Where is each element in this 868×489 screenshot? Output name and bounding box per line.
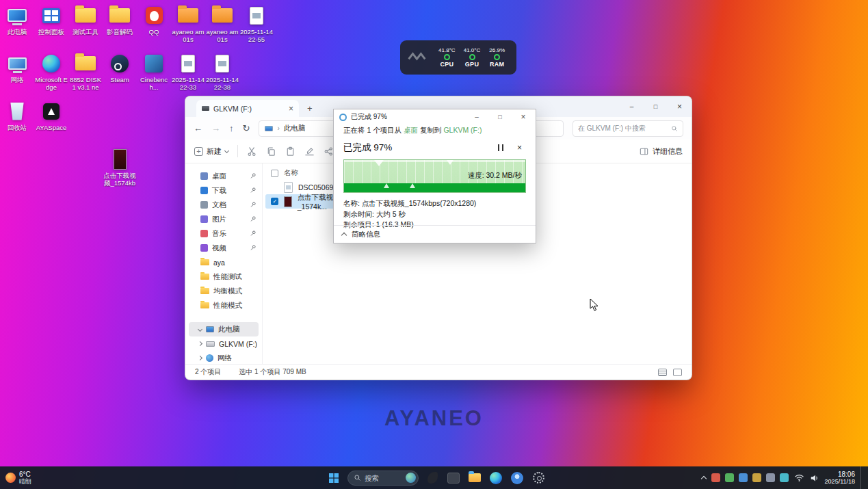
desktop-icon[interactable]: Cinebench...	[137, 49, 171, 97]
desktop-icon[interactable]: ayaneo am01s	[171, 1, 205, 49]
sidebar-item[interactable]: aya	[185, 255, 262, 269]
cancel-icon[interactable]	[517, 144, 522, 152]
refresh-icon[interactable]	[243, 124, 250, 133]
desktop-icon[interactable]: 网络	[0, 49, 34, 97]
sidebar-item[interactable]: 均衡模式	[185, 284, 262, 298]
breadcrumb[interactable]: 此电脑	[284, 124, 306, 133]
dialog-close-button[interactable]	[514, 113, 533, 121]
desktop-icon[interactable]: 控制面板	[34, 1, 68, 49]
minimize-button[interactable]	[620, 96, 644, 117]
weather-widget[interactable]: 6°C 晴朗	[5, 466, 31, 489]
copy-icon[interactable]	[266, 146, 276, 157]
wifi-icon[interactable]	[794, 474, 804, 481]
details-pane-toggle[interactable]: 详细信息	[639, 146, 683, 157]
desktop-icon[interactable]: 8852 DISK1 v3.1 new...	[68, 49, 103, 97]
sidebar-item[interactable]: 桌面	[185, 169, 262, 183]
desktop-icon[interactable]: 2025-11-14 22-38	[205, 49, 239, 97]
back-icon[interactable]	[194, 124, 202, 133]
name-column-header[interactable]: 名称	[284, 168, 298, 178]
desktop-icon[interactable]: QQ	[137, 1, 171, 49]
explorer-search-box[interactable]	[573, 120, 683, 137]
show-desktop-button[interactable]	[860, 466, 863, 489]
new-tab-button[interactable]	[307, 104, 313, 113]
pin-icon	[250, 215, 257, 222]
chevron-icon[interactable]	[198, 341, 202, 346]
taskbar-clock[interactable]: 18:06 2025/11/18	[825, 471, 855, 485]
volume-icon[interactable]	[810, 474, 819, 482]
tree-item-label: 此电脑	[218, 325, 240, 334]
tray-app-icon[interactable]	[766, 473, 775, 482]
icons-view-button[interactable]	[673, 369, 682, 376]
up-icon[interactable]	[229, 124, 234, 133]
sidebar-item-icon	[200, 244, 208, 252]
sidebar-item[interactable]: 图片	[185, 212, 262, 226]
paste-icon[interactable]	[285, 146, 295, 157]
desktop-icon[interactable]: 2025-11-14 22-33	[171, 49, 205, 97]
chevron-icon[interactable]	[198, 356, 202, 360]
desktop-icon[interactable]: ayaneo am01s	[205, 1, 239, 49]
tray-app-icon[interactable]	[725, 473, 734, 482]
tray-app-icon[interactable]	[752, 473, 761, 482]
taskbar-app-button[interactable]	[531, 471, 546, 486]
sidebar-item[interactable]: 文档	[185, 198, 262, 212]
share-icon[interactable]	[324, 146, 334, 157]
gauge-value: 26.9%	[489, 47, 505, 53]
desktop-icon[interactable]: 2025-11-14 22-55	[239, 1, 274, 49]
desktop-icon[interactable]: 点击下载视频_1574kbps...	[103, 145, 137, 193]
rename-icon[interactable]	[304, 146, 315, 157]
tray-app-icon[interactable]	[711, 473, 720, 482]
sidebar-item[interactable]: 视频	[185, 241, 262, 255]
chevron-down-icon	[224, 148, 229, 153]
taskbar-center	[326, 466, 546, 489]
desktop-icon[interactable]: 此电脑	[0, 1, 34, 49]
pin-icon	[250, 244, 257, 251]
tray-app-icon[interactable]	[780, 473, 789, 482]
taskbar-app-button[interactable]	[446, 471, 461, 486]
row-checkbox[interactable]	[271, 198, 278, 205]
tray-app-icon[interactable]	[739, 473, 748, 482]
new-button[interactable]: + 新建	[194, 146, 228, 157]
desktop-icon-label: QQ	[149, 28, 159, 36]
taskbar-app-button[interactable]	[510, 471, 525, 486]
desktop-icon[interactable]: 影音解码	[103, 1, 137, 49]
sidebar-tree-item[interactable]: 网络	[189, 351, 259, 365]
sidebar-item[interactable]: 下载	[185, 183, 262, 198]
dialog-title-bar[interactable]: 已完成 97%	[334, 109, 536, 124]
dialog-minimize-button[interactable]	[467, 114, 486, 120]
desktop-icon[interactable]: AYASpace	[34, 97, 68, 145]
select-all-checkbox[interactable]	[271, 170, 278, 177]
source-link[interactable]: 桌面	[404, 126, 418, 134]
explorer-tab[interactable]: GLKVM (F:)	[196, 100, 299, 117]
chevron-icon[interactable]	[198, 327, 202, 332]
details-view-button[interactable]	[658, 369, 667, 376]
desktop-icon[interactable]: Microsoft Edge	[34, 49, 68, 97]
desktop-icon[interactable]: 测试工具	[68, 1, 103, 49]
desktop-icon[interactable]: 回收站	[0, 97, 34, 145]
sidebar-item-icon	[200, 288, 209, 294]
dialog-maximize-button[interactable]	[490, 114, 510, 120]
forward-icon[interactable]	[211, 124, 220, 133]
desktop-icon[interactable]: Steam	[103, 49, 137, 97]
cut-icon[interactable]	[247, 146, 257, 157]
close-button[interactable]	[668, 96, 692, 117]
taskbar-search[interactable]	[347, 471, 419, 486]
sidebar-tree-item[interactable]: 此电脑	[189, 322, 259, 336]
tray-overflow-chevron-icon[interactable]	[700, 476, 706, 481]
dialog-footer[interactable]: 简略信息	[334, 225, 536, 243]
sidebar-item[interactable]: 性能测试	[185, 269, 262, 284]
start-button[interactable]	[326, 471, 341, 486]
gauge-label: RAM	[490, 61, 504, 68]
taskbar-app-button[interactable]	[425, 471, 440, 486]
taskbar-app-button[interactable]	[488, 471, 503, 486]
search-input[interactable]	[578, 124, 668, 132]
sidebar-item[interactable]: 性能模式	[185, 298, 262, 313]
taskbar-search-input[interactable]	[365, 474, 402, 482]
tab-close-icon[interactable]	[289, 105, 293, 113]
pause-icon[interactable]	[498, 144, 503, 151]
destination-link[interactable]: GLKVM (F:)	[443, 126, 482, 134]
sidebar-item[interactable]: 音乐	[185, 226, 262, 241]
sidebar-tree-item[interactable]: GLKVM (F:)	[189, 336, 259, 351]
taskbar-app-button[interactable]	[467, 471, 482, 486]
sidebar-item-label: 音乐	[212, 229, 226, 239]
maximize-button[interactable]	[644, 96, 668, 117]
